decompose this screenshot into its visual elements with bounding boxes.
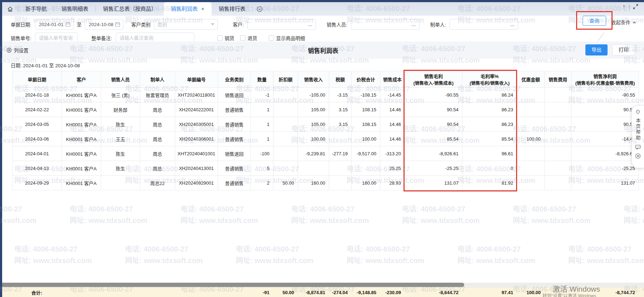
collapse-panel-icon[interactable] bbox=[635, 153, 641, 159]
column-header[interactable]: 销售收入 bbox=[298, 71, 329, 88]
table-cell: 50.00 bbox=[273, 176, 298, 190]
column-header[interactable]: 数量 bbox=[251, 71, 273, 88]
column-header[interactable]: 价税合计 bbox=[352, 71, 380, 88]
remark-value[interactable] bbox=[119, 35, 191, 41]
table-cell bbox=[273, 161, 298, 176]
tab-sales-profit-active[interactable]: 销售利润表 × bbox=[164, 2, 212, 16]
table-cell: 王五 bbox=[101, 132, 140, 146]
table-row[interactable]: 2024-01-18KH0001 客户A张三 (男)账套管理员XHT202401… bbox=[13, 88, 639, 102]
tab-list-dropdown-icon[interactable] bbox=[253, 2, 267, 16]
print-button[interactable]: 打印 bbox=[612, 44, 635, 55]
column-header[interactable]: 客户 bbox=[62, 71, 101, 88]
column-header[interactable]: 销售人员 bbox=[101, 71, 140, 88]
column-header[interactable]: 优惠金额 bbox=[517, 71, 545, 88]
page-help-label[interactable]: 本页帮助 bbox=[635, 118, 641, 141]
table-row[interactable]: 2024-03-05KH0001 客户A陈生周总XH20240305001普通销… bbox=[13, 117, 639, 132]
column-header[interactable]: 制单人 bbox=[140, 71, 175, 88]
tab-sales-ranking[interactable]: 销售排行表 bbox=[212, 2, 253, 16]
column-header[interactable]: 销售净利润(销售毛利-优惠金额-销售费用) bbox=[571, 71, 639, 88]
table-cell bbox=[273, 88, 298, 102]
totals-cell bbox=[101, 288, 140, 297]
table-cell: 2 bbox=[251, 176, 273, 190]
table-cell bbox=[517, 88, 545, 102]
scroll-top-icon[interactable]: ↑ bbox=[623, 4, 626, 10]
table-cell bbox=[517, 161, 545, 176]
table-cell: 85.54 bbox=[462, 132, 517, 146]
checkbox-show-product-detail[interactable]: 显示商品明细 bbox=[269, 34, 305, 42]
totals-cell bbox=[175, 288, 218, 297]
table-row[interactable]: 2024-02-22KH0001 客户A财务部周总XH20240222001普通… bbox=[13, 102, 639, 117]
column-header[interactable]: 销售费用 bbox=[545, 71, 571, 88]
tab-beginner-nav[interactable]: 新手导航 bbox=[18, 2, 54, 16]
watermark-tile: 电话: 4006-6500-27网址: www.tdxsoft.com bbox=[624, 203, 644, 226]
table-cell: KH0001 客户A bbox=[62, 88, 101, 102]
checkbox-sale[interactable]: 销货 bbox=[217, 34, 234, 42]
totals-label: 合计: bbox=[12, 288, 61, 297]
customer-value[interactable] bbox=[251, 21, 306, 28]
doc-date-label: 单据日期: bbox=[11, 21, 31, 28]
hint-lamp-icon[interactable] bbox=[635, 109, 641, 115]
checkbox-icon[interactable] bbox=[269, 35, 274, 41]
date-to-value[interactable] bbox=[88, 21, 115, 28]
table-cell: 28.93 bbox=[380, 176, 405, 190]
column-settings-button[interactable]: 列设置 bbox=[6, 47, 29, 54]
table-cell: XH20240929001 bbox=[175, 176, 218, 190]
column-header[interactable]: 折扣额 bbox=[273, 71, 298, 88]
checkbox-icon[interactable] bbox=[217, 35, 223, 41]
fullscreen-icon[interactable] bbox=[633, 4, 638, 9]
customer-input[interactable]: … bbox=[247, 19, 316, 30]
table-cell: -100 bbox=[251, 146, 273, 161]
tab-sales-summary-by-product[interactable]: 销售汇总表（按商品） bbox=[96, 2, 164, 16]
date-from-input[interactable] bbox=[35, 19, 74, 30]
feedback-chat-icon[interactable] bbox=[635, 144, 641, 150]
table-row[interactable]: 2024-04-01KH0001 客户A陈生周总XHT20240401001销售… bbox=[13, 146, 639, 161]
column-header[interactable]: 单据编号 bbox=[175, 71, 218, 88]
column-header[interactable]: 销售毛利(销售收入-销售成本) bbox=[405, 71, 462, 88]
table-cell bbox=[273, 102, 298, 117]
tab-close-icon[interactable]: × bbox=[201, 2, 204, 16]
column-header[interactable]: 税额 bbox=[329, 71, 352, 88]
column-header[interactable]: 业务类别 bbox=[218, 71, 251, 88]
collapse-conditions-button[interactable]: 收起条件 bbox=[611, 19, 636, 26]
salesperson-input[interactable]: … bbox=[351, 19, 420, 30]
calendar-icon[interactable] bbox=[65, 22, 70, 27]
horizontal-scrollbar-thumb[interactable] bbox=[0, 283, 464, 287]
horizontal-scrollbar-track[interactable] bbox=[0, 283, 644, 287]
table-cell: -25.25 bbox=[571, 161, 639, 176]
column-header[interactable]: 毛利率%(销售毛利/销售收入) bbox=[462, 71, 517, 88]
date-from-value[interactable] bbox=[38, 21, 65, 28]
watermark-tile: 电话: 4006-6500-27网址: www.tdxsoft.com bbox=[180, 203, 258, 226]
calendar-icon[interactable] bbox=[115, 22, 120, 27]
home-icon bbox=[7, 6, 13, 12]
order-no-value[interactable] bbox=[38, 35, 75, 41]
table-row[interactable]: 2024-04-13KH0001 客户A陈生周总XH20240413001普通销… bbox=[13, 161, 639, 176]
checkbox-return[interactable]: 退货 bbox=[240, 34, 257, 42]
export-button[interactable]: 导出 bbox=[585, 44, 608, 55]
creator-value[interactable] bbox=[453, 21, 509, 28]
column-header[interactable]: 单据日期 bbox=[13, 71, 62, 88]
windows-activation-subtext: 转到“设置”以激活 Windows bbox=[543, 292, 596, 297]
table-cell: 100.00 bbox=[298, 132, 329, 146]
table-cell: -14.45 bbox=[380, 88, 405, 102]
query-button[interactable]: 查询 bbox=[583, 16, 606, 26]
checkbox-icon[interactable] bbox=[240, 35, 246, 41]
picker-ellipsis-icon[interactable]: … bbox=[411, 22, 416, 27]
customer-type-select[interactable]: 类别 bbox=[154, 19, 218, 30]
picker-ellipsis-icon[interactable]: … bbox=[510, 22, 515, 27]
table-cell: 周总 bbox=[140, 146, 175, 161]
report-date-range: 日期: 2024-01-01 至 2024-10-08 bbox=[11, 62, 80, 69]
table-cell: -277.19 bbox=[329, 146, 352, 161]
home-button[interactable] bbox=[2, 2, 18, 16]
table-row[interactable]: 2024-09-29KH0001 客户A周总22XH20240929001普通销… bbox=[13, 176, 639, 190]
date-to-input[interactable] bbox=[85, 19, 123, 30]
watermark-tile: 电话: 4006-6500-27网址: www.tdxsoft.com bbox=[347, 243, 424, 266]
column-header[interactable]: 销售成本 bbox=[380, 71, 405, 88]
table-cell: 160.00 bbox=[298, 176, 329, 190]
creator-input[interactable]: … bbox=[450, 19, 518, 30]
salesperson-value[interactable] bbox=[354, 21, 410, 28]
table-row[interactable]: 2024-03-06KH0001 客户A王五周总XH20240306001普通销… bbox=[13, 132, 639, 146]
tab-sales-detail[interactable]: 销售明细表 bbox=[54, 2, 95, 16]
table-cell: 1 bbox=[251, 132, 273, 146]
picker-ellipsis-icon[interactable]: … bbox=[308, 22, 313, 27]
table-cell: 108.15 bbox=[352, 117, 380, 132]
